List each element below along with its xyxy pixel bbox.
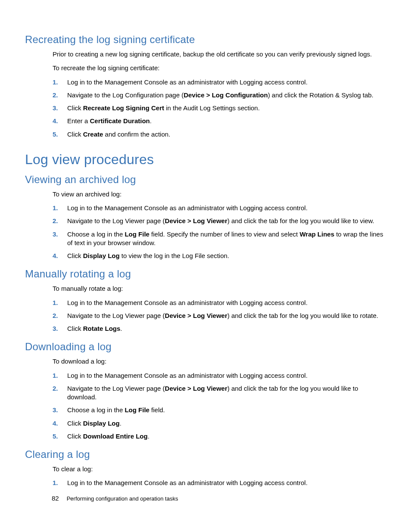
heading-viewing-archived-log: Viewing an archived log [25,174,385,186]
step-text: Log in to the Management Console as an a… [67,78,308,86]
step-text: Enter a Certificate Duration. [67,117,152,124]
list-item: 3.Choose a log in the Log File field. [53,406,385,414]
list-item: 2.Navigate to the Log Viewer page (Devic… [53,217,385,225]
list-item: 1.Log in to the Management Console as an… [53,479,385,487]
step-number: 2. [53,384,58,393]
list-item: 3.Click Recreate Log Signing Cert in the… [53,104,385,112]
paragraph: To clear a log: [25,465,385,473]
step-text: Click Create and confirm the action. [67,131,170,138]
step-number: 2. [53,91,58,100]
step-number: 1. [53,299,58,307]
step-text: Navigate to the Log Configuration page (… [67,91,374,99]
step-text: Click Display Log. [67,420,121,427]
paragraph: Prior to creating a new log signing cert… [25,50,385,59]
list-item: 4.Click Display Log to view the log in t… [53,252,385,260]
document-page: Recreating the log signing certificate P… [0,0,411,532]
step-number: 2. [53,311,58,320]
step-number: 5. [53,432,58,441]
heading-manually-rotating-log: Manually rotating a log [25,268,385,280]
list-item: 4.Click Display Log. [53,419,385,428]
paragraph: To recreate the log signing certificate: [25,64,385,72]
list-item: 4.Enter a Certificate Duration. [53,117,385,125]
step-number: 3. [53,406,58,414]
step-number: 4. [53,117,58,125]
step-text: Navigate to the Log Viewer page (Device … [67,385,358,401]
list-item: 1.Log in to the Management Console as an… [53,204,385,212]
heading-log-view-procedures: Log view procedures [25,152,385,168]
list-item: 5.Click Create and confirm the action. [53,130,385,139]
step-number: 4. [53,419,58,428]
step-text: Log in to the Management Console as an a… [67,372,308,379]
paragraph: To manually rotate a log: [25,284,385,293]
list-item: 1.Log in to the Management Console as an… [53,78,385,87]
step-text: Click Display Log to view the log in the… [67,252,229,259]
list-item: 5.Click Download Entire Log. [53,432,385,441]
page-number: 82 [52,495,59,502]
paragraph: To download a log: [25,357,385,366]
heading-recreating-log-signing-cert: Recreating the log signing certificate [25,34,385,46]
step-text: Click Recreate Log Signing Cert in the A… [67,104,260,112]
step-number: 2. [53,217,58,225]
step-text: Log in to the Management Console as an a… [67,299,308,306]
paragraph: To view an archived log: [25,190,385,199]
step-number: 3. [53,104,58,112]
step-number: 5. [53,130,58,139]
heading-clearing-log: Clearing a log [25,448,385,460]
step-number: 3. [53,324,58,333]
step-number: 1. [53,371,58,380]
page-footer: 82Performing configuration and operation… [52,495,178,502]
step-number: 1. [53,78,58,87]
step-text: Log in to the Management Console as an a… [67,204,308,212]
ordered-list: 1.Log in to the Management Console as an… [25,204,385,260]
list-item: 1.Log in to the Management Console as an… [53,371,385,380]
step-number: 1. [53,204,58,212]
step-text: Choose a log in the Log File field. [67,406,165,414]
list-item: 1.Log in to the Management Console as an… [53,299,385,307]
list-item: 2.Navigate to the Log Viewer page (Devic… [53,311,385,320]
ordered-list: 1.Log in to the Management Console as an… [25,78,385,139]
step-number: 1. [53,479,58,487]
step-text: Navigate to the Log Viewer page (Device … [67,312,378,319]
ordered-list: 1.Log in to the Management Console as an… [25,299,385,333]
ordered-list: 1.Log in to the Management Console as an… [25,371,385,441]
step-text: Navigate to the Log Viewer page (Device … [67,217,374,224]
step-number: 3. [53,230,58,239]
step-text: Click Rotate Logs. [67,325,122,332]
step-text: Click Download Entire Log. [67,432,149,440]
step-text: Choose a log in the Log File field. Spec… [67,230,383,246]
list-item: 3.Choose a log in the Log File field. Sp… [53,230,385,248]
step-text: Log in to the Management Console as an a… [67,479,308,486]
list-item: 2.Navigate to the Log Viewer page (Devic… [53,384,385,402]
list-item: 2.Navigate to the Log Configuration page… [53,91,385,100]
list-item: 3.Click Rotate Logs. [53,324,385,333]
footer-title: Performing configuration and operation t… [67,495,178,502]
heading-downloading-log: Downloading a log [25,341,385,353]
ordered-list: 1.Log in to the Management Console as an… [25,479,385,487]
step-number: 4. [53,252,58,260]
